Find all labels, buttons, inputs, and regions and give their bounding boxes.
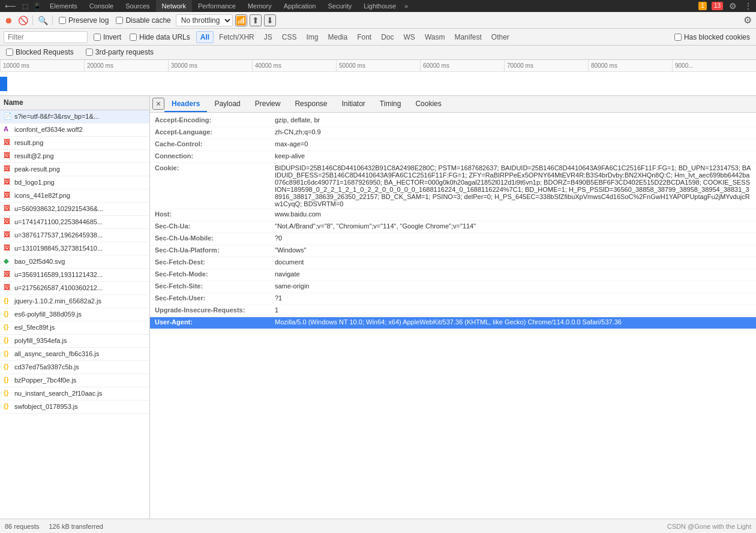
filter-type-wasm[interactable]: Wasm: [421, 31, 449, 43]
mobile-icon[interactable]: 📱: [31, 2, 44, 10]
more-options-icon[interactable]: ⋮: [742, 1, 755, 11]
wifi-icon[interactable]: 📶: [235, 14, 247, 26]
header-row: Sec-Ch-Ua:"Not.A/Brand";v="8", "Chromium…: [150, 221, 756, 233]
file-list-item[interactable]: {}all_async_search_fb6c316.js: [0, 348, 149, 361]
file-list-item[interactable]: 🖼bd_logo1.png: [0, 176, 149, 189]
filter-type-css[interactable]: CSS: [278, 31, 301, 43]
disable-cache-checkbox[interactable]: [116, 17, 123, 24]
hide-data-urls-checkbox[interactable]: [130, 34, 137, 41]
file-type-icon: {}: [4, 376, 12, 384]
nav-tab-network[interactable]: Network: [156, 0, 192, 12]
header-row: Upgrade-Insecure-Requests:1: [150, 305, 756, 317]
detail-tab-headers[interactable]: Headers: [164, 96, 207, 113]
preserve-log-checkbox[interactable]: [59, 17, 66, 24]
network-settings-btn[interactable]: ⚙: [742, 14, 754, 26]
file-list-item[interactable]: ◆bao_02f5d40.svg: [0, 255, 149, 269]
third-party-checkbox[interactable]: [86, 49, 93, 56]
file-list-item[interactable]: 🖼u=1310198845,3273815410...: [0, 242, 149, 255]
filter-type-img[interactable]: Img: [302, 31, 322, 43]
file-list-item[interactable]: 🖼result@2.png: [0, 150, 149, 163]
blocked-requests-checkbox[interactable]: [6, 49, 13, 56]
detail-tab-cookies[interactable]: Cookies: [408, 96, 448, 113]
file-list-item[interactable]: {}swfobject_0178953.js: [0, 400, 149, 414]
file-list-item[interactable]: 🖼u=2175626587,4100360212...: [0, 282, 149, 295]
file-list-item[interactable]: {}es6-polyfill_388d059.js: [0, 308, 149, 321]
file-name-text: bzPopper_7bc4f0e.js: [14, 377, 146, 384]
filter-type-js[interactable]: JS: [260, 31, 277, 43]
file-list-item[interactable]: 🖼u=560938632,1029215436&...: [0, 203, 149, 216]
filter-type-ws[interactable]: WS: [400, 31, 419, 43]
has-blocked-cookies-checkbox[interactable]: [674, 34, 682, 41]
file-list-item[interactable]: {}esl_5fec89f.js: [0, 321, 149, 335]
inspect-icon[interactable]: ⬚: [20, 2, 31, 10]
throttle-select[interactable]: No throttling Fast 3G Slow 3G: [176, 14, 233, 26]
nav-tab-memory[interactable]: Memory: [242, 0, 278, 12]
nav-tab-security[interactable]: Security: [322, 0, 358, 12]
file-type-icon: 🖼: [4, 165, 12, 173]
header-row: Cookie:BIDUPSID=25B146C8D44106432B91C8A2…: [150, 163, 756, 209]
file-list-item[interactable]: 🖼u=1741471100,2253844685...: [0, 216, 149, 229]
filter-input[interactable]: [4, 31, 88, 43]
has-blocked-cookies-label[interactable]: Has blocked cookies: [672, 33, 752, 41]
record-btn[interactable]: ⏺: [2, 14, 14, 26]
header-row: Sec-Ch-Ua-Mobile:?0: [150, 233, 756, 245]
timeline-mark: 60000 ms: [420, 60, 504, 71]
file-list-item[interactable]: {}jquery-1.10.2.min_65682a2.js: [0, 295, 149, 308]
detail-tab-preview[interactable]: Preview: [248, 96, 288, 113]
invert-checkbox[interactable]: [94, 34, 101, 41]
filter-type-manifest[interactable]: Manifest: [450, 31, 485, 43]
file-list-item[interactable]: Aiconfont_ef3634e.woff2: [0, 124, 149, 137]
upload-icon[interactable]: ⬆: [250, 14, 262, 26]
file-list-item[interactable]: {}cd37ed75a9387c5b.js: [0, 361, 149, 374]
file-list-column-name: Name: [4, 98, 23, 107]
detail-tab-timing[interactable]: Timing: [373, 96, 409, 113]
filter-type-doc[interactable]: Doc: [377, 31, 398, 43]
nav-tab-elements[interactable]: Elements: [44, 0, 83, 12]
nav-tab-console[interactable]: Console: [83, 0, 119, 12]
nav-tab-application[interactable]: Application: [278, 0, 322, 12]
disable-cache-label[interactable]: Disable cache: [113, 16, 173, 25]
nav-tab-performance[interactable]: Performance: [192, 0, 242, 12]
detail-close-btn[interactable]: ×: [152, 98, 164, 110]
header-value: www.baidu.com: [275, 210, 751, 218]
timeline-mark: 9000...: [672, 60, 756, 71]
filter-type-media[interactable]: Media: [323, 31, 352, 43]
detail-tab-payload[interactable]: Payload: [207, 96, 247, 113]
search-btn[interactable]: 🔍: [37, 14, 49, 26]
nav-tab-lighthouse[interactable]: Lighthouse: [358, 0, 402, 12]
file-list-item[interactable]: 🖼u=3569116589,1931121432...: [0, 269, 149, 282]
file-list-item[interactable]: {}polyfill_9354efa.js: [0, 335, 149, 348]
file-list-item[interactable]: 🖼icons_441e82f.png: [0, 189, 149, 203]
file-type-icon: 🖼: [4, 270, 12, 279]
preserve-log-label[interactable]: Preserve log: [56, 16, 111, 25]
nav-tab-sources[interactable]: Sources: [119, 0, 155, 12]
clear-btn[interactable]: 🚫: [17, 14, 29, 26]
file-list-item[interactable]: 🖼result.png: [0, 137, 149, 150]
devtools-icon[interactable]: ⟵: [1, 2, 20, 11]
file-list-item[interactable]: 🖼peak-result.png: [0, 163, 149, 176]
filter-type-all[interactable]: All: [196, 31, 214, 43]
file-type-icon: 🖼: [4, 204, 12, 213]
file-list-item[interactable]: {}nu_instant_search_2f10aac.js: [0, 387, 149, 400]
detail-tab-initiator[interactable]: Initiator: [334, 96, 372, 113]
filter-type-font[interactable]: Font: [353, 31, 376, 43]
file-name-text: bao_02f5d40.svg: [14, 258, 146, 265]
hide-data-urls-label[interactable]: Hide data URLs: [127, 33, 193, 41]
header-name: User-Agent:: [155, 318, 275, 326]
file-name-text: iconfont_ef3634e.woff2: [14, 126, 146, 133]
detail-tab-response[interactable]: Response: [287, 96, 334, 113]
invert-label[interactable]: Invert: [91, 33, 124, 41]
more-tabs-icon[interactable]: »: [402, 2, 410, 10]
header-row: Sec-Fetch-Site:same-origin: [150, 281, 756, 293]
file-list-item[interactable]: 🖼u=3876177537,1962645938...: [0, 229, 149, 242]
file-type-icon: 📄: [4, 112, 12, 121]
filter-type-fetch/xhr[interactable]: Fetch/XHR: [215, 31, 259, 43]
detail-panel: × HeadersPayloadPreviewResponseInitiator…: [150, 96, 756, 519]
settings-icon[interactable]: ⚙: [727, 1, 739, 11]
download-icon[interactable]: ⬇: [264, 14, 276, 26]
third-party-label[interactable]: 3rd-party requests: [83, 48, 156, 56]
file-list-item[interactable]: 📄s?ie=utf-8&f=3&rsv_bp=1&...: [0, 110, 149, 124]
filter-type-other[interactable]: Other: [487, 31, 514, 43]
blocked-requests-label[interactable]: Blocked Requests: [4, 48, 76, 56]
file-list-item[interactable]: {}bzPopper_7bc4f0e.js: [0, 374, 149, 387]
